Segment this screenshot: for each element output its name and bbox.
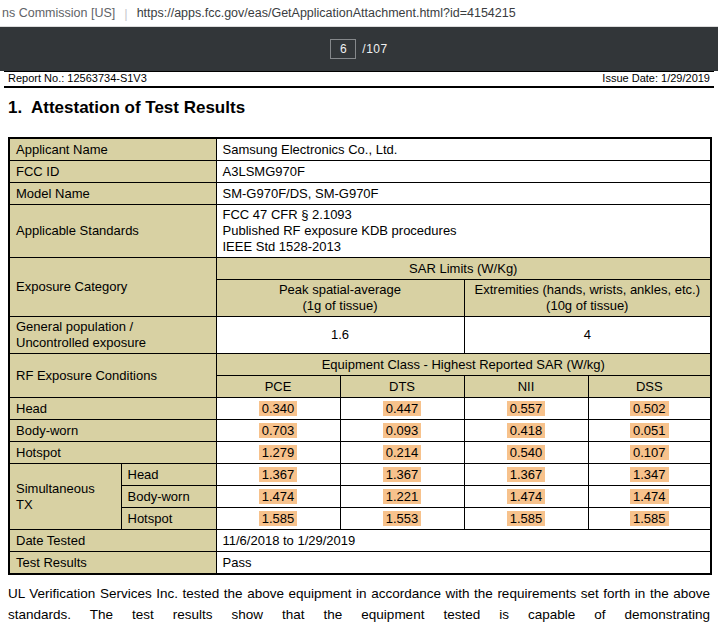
row-test-results: Test Results Pass bbox=[9, 552, 711, 575]
highlighted-sar-value: 1.474 bbox=[630, 489, 669, 504]
peak-limit-value: 1.6 bbox=[216, 317, 464, 354]
peak-spatial-average-header: Peak spatial-average (1g of tissue) bbox=[216, 280, 464, 317]
sar-value-cell: 1.279 bbox=[216, 442, 340, 464]
sar-value-cell: 1.553 bbox=[340, 508, 464, 530]
highlighted-sar-value: 1.585 bbox=[630, 511, 669, 526]
attestation-paragraph: UL Verification Services Inc. tested the… bbox=[8, 583, 710, 624]
address-bar[interactable]: ns Commission [US] | https://apps.fcc.go… bbox=[0, 0, 718, 27]
simultaneous-body-worn-label: Body-worn bbox=[121, 486, 216, 508]
row-equipment-class-header: RF Exposure Conditions Equipment Class -… bbox=[9, 354, 711, 376]
sar-value-cell: 0.340 bbox=[216, 398, 340, 420]
standards-label: Applicable Standards bbox=[9, 205, 216, 258]
simultaneous-hotspot-label: Hotspot bbox=[121, 508, 216, 530]
highlighted-sar-value: 1.367 bbox=[507, 467, 546, 482]
sar-value-cell: 0.214 bbox=[340, 442, 464, 464]
column-header-dts: DTS bbox=[340, 376, 464, 398]
test-results-value: Pass bbox=[216, 552, 711, 575]
highlighted-sar-value: 1.347 bbox=[630, 467, 669, 482]
sar-value-cell: 1.367 bbox=[464, 464, 588, 486]
test-results-label: Test Results bbox=[9, 552, 216, 575]
row-body-worn: Body-worn 0.703 0.093 0.418 0.051 bbox=[9, 420, 711, 442]
extremities-limit-value: 4 bbox=[464, 317, 711, 354]
model-name-value: SM-G970F/DS, SM-G970F bbox=[216, 183, 711, 205]
applicant-name-label: Applicant Name bbox=[9, 138, 216, 161]
general-population-label: General population / Uncontrolled exposu… bbox=[9, 317, 216, 354]
highlighted-sar-value: 0.447 bbox=[383, 401, 422, 416]
column-header-dss: DSS bbox=[588, 376, 711, 398]
model-name-label: Model Name bbox=[9, 183, 216, 205]
issue-date: Issue Date: 1/29/2019 bbox=[602, 73, 710, 85]
highlighted-sar-value: 0.214 bbox=[383, 445, 422, 460]
sar-value-cell: 1.585 bbox=[216, 508, 340, 530]
highlighted-sar-value: 0.340 bbox=[259, 401, 298, 416]
exposure-category-label: Exposure Category bbox=[9, 258, 216, 317]
rf-exposure-conditions-label: RF Exposure Conditions bbox=[9, 354, 216, 398]
row-standards: Applicable Standards FCC 47 CFR § 2.1093… bbox=[9, 205, 711, 258]
sar-value-cell: 1.585 bbox=[588, 508, 711, 530]
row-fcc-id: FCC ID A3LSMG970F bbox=[9, 161, 711, 183]
sar-value-cell: 1.474 bbox=[216, 486, 340, 508]
highlighted-sar-value: 1.585 bbox=[507, 511, 546, 526]
sar-limits-header: SAR Limits (W/Kg) bbox=[216, 258, 711, 280]
sar-value-cell: 0.107 bbox=[588, 442, 711, 464]
row-general-population: General population / Uncontrolled exposu… bbox=[9, 317, 711, 354]
highlighted-sar-value: 0.107 bbox=[630, 445, 669, 460]
extremities-header: Extremities (hands, wrists, ankles, etc.… bbox=[464, 280, 711, 317]
url-text[interactable]: https://apps.fcc.gov/eas/GetApplicationA… bbox=[137, 6, 516, 20]
highlighted-sar-value: 1.221 bbox=[383, 489, 422, 504]
sar-value-cell: 0.502 bbox=[588, 398, 711, 420]
highlighted-sar-value: 0.557 bbox=[507, 401, 546, 416]
row-sar-limits-header: Exposure Category SAR Limits (W/Kg) bbox=[9, 258, 711, 280]
highlighted-sar-value: 1.553 bbox=[383, 511, 422, 526]
sar-value-cell: 0.447 bbox=[340, 398, 464, 420]
equipment-class-header: Equipment Class - Highest Reported SAR (… bbox=[216, 354, 711, 376]
fcc-id-label: FCC ID bbox=[9, 161, 216, 183]
standards-value: FCC 47 CFR § 2.1093 Published RF exposur… bbox=[216, 205, 711, 258]
row-simultaneous-head: Simultaneous TX Head 1.367 1.367 1.367 1… bbox=[9, 464, 711, 486]
row-hotspot: Hotspot 1.279 0.214 0.540 0.107 bbox=[9, 442, 711, 464]
date-tested-label: Date Tested bbox=[9, 530, 216, 552]
sar-value-cell: 1.367 bbox=[340, 464, 464, 486]
sar-value-cell: 0.557 bbox=[464, 398, 588, 420]
row-model: Model Name SM-G970F/DS, SM-G970F bbox=[9, 183, 711, 205]
row-applicant: Applicant Name Samsung Electronics Co., … bbox=[9, 138, 711, 161]
sar-value-cell: 1.347 bbox=[588, 464, 711, 486]
page-number-input[interactable]: 6 bbox=[330, 39, 356, 59]
pdf-page: Report No.: 12563734-S1V3 Issue Date: 1/… bbox=[0, 71, 718, 624]
fcc-id-value: A3LSMG970F bbox=[216, 161, 711, 183]
simultaneous-tx-label: Simultaneous TX bbox=[9, 464, 121, 530]
date-tested-value: 11/6/2018 to 1/29/2019 bbox=[216, 530, 711, 552]
applicant-name-value: Samsung Electronics Co., Ltd. bbox=[216, 138, 711, 161]
sar-value-cell: 0.051 bbox=[588, 420, 711, 442]
highlighted-sar-value: 1.367 bbox=[383, 467, 422, 482]
highlighted-sar-value: 1.474 bbox=[507, 489, 546, 504]
report-number: Report No.: 12563734-S1V3 bbox=[8, 73, 147, 85]
sar-value-cell: 0.703 bbox=[216, 420, 340, 442]
simultaneous-head-label: Head bbox=[121, 464, 216, 486]
sar-value-cell: 0.540 bbox=[464, 442, 588, 464]
sar-value-cell: 0.093 bbox=[340, 420, 464, 442]
highlighted-sar-value: 1.279 bbox=[259, 445, 298, 460]
highlighted-sar-value: 1.367 bbox=[259, 467, 298, 482]
page-count-label: /107 bbox=[362, 42, 387, 56]
body-worn-label: Body-worn bbox=[9, 420, 216, 442]
sar-value-cell: 0.418 bbox=[464, 420, 588, 442]
hotspot-label: Hotspot bbox=[9, 442, 216, 464]
row-head: Head 0.340 0.447 0.557 0.502 bbox=[9, 398, 711, 420]
sar-value-cell: 1.221 bbox=[340, 486, 464, 508]
pdf-toolbar: 6 /107 bbox=[0, 27, 718, 71]
site-identity-badge: ns Commission [US] bbox=[2, 6, 115, 20]
highlighted-sar-value: 0.540 bbox=[507, 445, 546, 460]
address-separator: | bbox=[115, 6, 136, 21]
document-header: Report No.: 12563734-S1V3 Issue Date: 1/… bbox=[4, 71, 714, 88]
section-title: 1. Attestation of Test Results bbox=[8, 98, 718, 118]
highlighted-sar-value: 1.585 bbox=[259, 511, 298, 526]
highlighted-sar-value: 0.703 bbox=[259, 423, 298, 438]
sar-value-cell: 1.585 bbox=[464, 508, 588, 530]
sar-value-cell: 1.367 bbox=[216, 464, 340, 486]
test-results-table: Applicant Name Samsung Electronics Co., … bbox=[8, 137, 712, 575]
browser-window: ns Commission [US] | https://apps.fcc.go… bbox=[0, 0, 718, 624]
column-header-nii: NII bbox=[464, 376, 588, 398]
sar-value-cell: 1.474 bbox=[588, 486, 711, 508]
highlighted-sar-value: 1.474 bbox=[259, 489, 298, 504]
